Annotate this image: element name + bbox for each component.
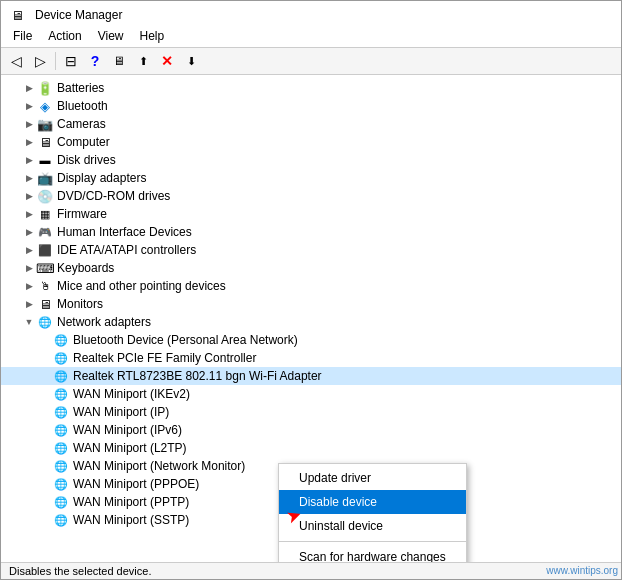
expand-bt-pan (37, 332, 53, 348)
watermark: www.wintips.org (546, 565, 618, 576)
tree-item-cameras[interactable]: ▶ 📷 Cameras (1, 115, 621, 133)
expand-realtek-wifi (37, 368, 53, 384)
tree-item-wan-l2tp[interactable]: 🌐 WAN Miniport (L2TP) (1, 439, 621, 457)
tree-item-disk-drives[interactable]: ▶ ▬ Disk drives (1, 151, 621, 169)
expand-hid[interactable]: ▶ (21, 224, 37, 240)
icon-bluetooth: ◈ (37, 98, 53, 114)
toolbar: ◁ ▷ ⊟ ? 🖥 ⬆ ✕ ⬇ (1, 47, 621, 75)
label-firmware: Firmware (57, 207, 107, 221)
label-hid: Human Interface Devices (57, 225, 192, 239)
menu-view[interactable]: View (90, 27, 132, 45)
label-wan-sstp: WAN Miniport (SSTP) (73, 513, 189, 527)
toolbar-properties[interactable]: ⊟ (60, 50, 82, 72)
toolbar-device[interactable]: 🖥 (108, 50, 130, 72)
toolbar-back[interactable]: ◁ (5, 50, 27, 72)
expand-wan-ipv6 (37, 422, 53, 438)
label-monitors: Monitors (57, 297, 103, 311)
device-manager-window: 🖥 Device Manager File Action View Help ◁… (0, 0, 622, 580)
status-bar: Disables the selected device. (1, 562, 621, 579)
window-title: Device Manager (35, 8, 122, 22)
label-computer: Computer (57, 135, 110, 149)
toolbar-help[interactable]: ? (84, 50, 106, 72)
menu-action[interactable]: Action (40, 27, 89, 45)
tree-item-network-adapters[interactable]: ▼ 🌐 Network adapters (1, 313, 621, 331)
label-disk-drives: Disk drives (57, 153, 116, 167)
toolbar-separator-1 (55, 52, 56, 70)
label-wan-l2tp: WAN Miniport (L2TP) (73, 441, 187, 455)
expand-mice[interactable]: ▶ (21, 278, 37, 294)
icon-ide: ⬛ (37, 242, 53, 258)
tree-item-wan-ipv6[interactable]: 🌐 WAN Miniport (IPv6) (1, 421, 621, 439)
context-scan-hardware[interactable]: Scan for hardware changes (279, 545, 466, 562)
tree-item-bt-pan[interactable]: 🌐 Bluetooth Device (Personal Area Networ… (1, 331, 621, 349)
content-area: ▶ 🔋 Batteries ▶ ◈ Bluetooth ▶ 📷 Cameras … (1, 75, 621, 562)
icon-wan-l2tp: 🌐 (53, 440, 69, 456)
tree-item-keyboards[interactable]: ▶ ⌨ Keyboards (1, 259, 621, 277)
expand-wan-sstp (37, 512, 53, 528)
icon-realtek-pcie: 🌐 (53, 350, 69, 366)
tree-item-monitors[interactable]: ▶ 🖥 Monitors (1, 295, 621, 313)
expand-disk-drives[interactable]: ▶ (21, 152, 37, 168)
tree-item-dvd-rom[interactable]: ▶ 💿 DVD/CD-ROM drives (1, 187, 621, 205)
tree-item-wan-ip[interactable]: 🌐 WAN Miniport (IP) (1, 403, 621, 421)
icon-batteries: 🔋 (37, 80, 53, 96)
context-menu: Update driver Disable device Uninstall d… (278, 463, 467, 562)
expand-batteries[interactable]: ▶ (21, 80, 37, 96)
label-wan-pptp: WAN Miniport (PPTP) (73, 495, 189, 509)
icon-disk-drives: ▬ (37, 152, 53, 168)
tree-item-batteries[interactable]: ▶ 🔋 Batteries (1, 79, 621, 97)
tree-item-realtek-wifi[interactable]: 🌐 Realtek RTL8723BE 802.11 bgn Wi-Fi Ada… (1, 367, 621, 385)
expand-cameras[interactable]: ▶ (21, 116, 37, 132)
expand-wan-pppoe (37, 476, 53, 492)
tree-item-display-adapters[interactable]: ▶ 📺 Display adapters (1, 169, 621, 187)
icon-dvd-rom: 💿 (37, 188, 53, 204)
title-bar: 🖥 Device Manager (1, 1, 621, 25)
expand-computer[interactable]: ▶ (21, 134, 37, 150)
expand-bluetooth[interactable]: ▶ (21, 98, 37, 114)
label-network-adapters: Network adapters (57, 315, 151, 329)
expand-dvd-rom[interactable]: ▶ (21, 188, 37, 204)
expand-firmware[interactable]: ▶ (21, 206, 37, 222)
tree-item-computer[interactable]: ▶ 🖥 Computer (1, 133, 621, 151)
tree-item-mice[interactable]: ▶ 🖱 Mice and other pointing devices (1, 277, 621, 295)
toolbar-download[interactable]: ⬇ (180, 50, 202, 72)
expand-display-adapters[interactable]: ▶ (21, 170, 37, 186)
toolbar-forward[interactable]: ▷ (29, 50, 51, 72)
icon-realtek-wifi: 🌐 (53, 368, 69, 384)
tree-item-ide[interactable]: ▶ ⬛ IDE ATA/ATAPI controllers (1, 241, 621, 259)
context-update-driver[interactable]: Update driver (279, 466, 466, 490)
icon-mice: 🖱 (37, 278, 53, 294)
icon-computer: 🖥 (37, 134, 53, 150)
menu-help[interactable]: Help (132, 27, 173, 45)
icon-cameras: 📷 (37, 116, 53, 132)
expand-monitors[interactable]: ▶ (21, 296, 37, 312)
context-disable-device[interactable]: Disable device (279, 490, 466, 514)
label-bluetooth: Bluetooth (57, 99, 108, 113)
expand-wan-pptp (37, 494, 53, 510)
context-uninstall-device[interactable]: Uninstall device (279, 514, 466, 538)
icon-wan-sstp: 🌐 (53, 512, 69, 528)
tree-item-hid[interactable]: ▶ 🎮 Human Interface Devices (1, 223, 621, 241)
icon-keyboards: ⌨ (37, 260, 53, 276)
icon-wan-pptp: 🌐 (53, 494, 69, 510)
menu-file[interactable]: File (5, 27, 40, 45)
tree-item-realtek-pcie[interactable]: 🌐 Realtek PCIe FE Family Controller (1, 349, 621, 367)
expand-wan-ikev2 (37, 386, 53, 402)
expand-wan-l2tp (37, 440, 53, 456)
label-realtek-wifi: Realtek RTL8723BE 802.11 bgn Wi-Fi Adapt… (73, 369, 322, 383)
icon-wan-pppoe: 🌐 (53, 476, 69, 492)
tree-item-wan-ikev2[interactable]: 🌐 WAN Miniport (IKEv2) (1, 385, 621, 403)
icon-firmware: ▦ (37, 206, 53, 222)
toolbar-scan[interactable]: ⬆ (132, 50, 154, 72)
label-keyboards: Keyboards (57, 261, 114, 275)
toolbar-uninstall[interactable]: ✕ (156, 50, 178, 72)
label-dvd-rom: DVD/CD-ROM drives (57, 189, 170, 203)
label-wan-ip: WAN Miniport (IP) (73, 405, 169, 419)
expand-ide[interactable]: ▶ (21, 242, 37, 258)
tree-item-firmware[interactable]: ▶ ▦ Firmware (1, 205, 621, 223)
icon-wan-ipv6: 🌐 (53, 422, 69, 438)
expand-network-adapters[interactable]: ▼ (21, 314, 37, 330)
tree-item-bluetooth[interactable]: ▶ ◈ Bluetooth (1, 97, 621, 115)
app-icon: 🖥 (9, 7, 25, 23)
label-wan-monitor: WAN Miniport (Network Monitor) (73, 459, 245, 473)
